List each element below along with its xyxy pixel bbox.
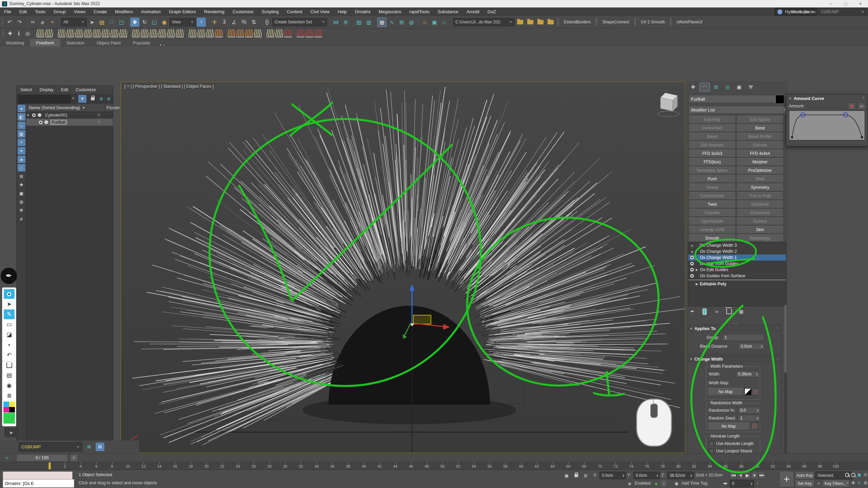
ox-camera-icon[interactable]: ◎	[24, 29, 32, 38]
close-button[interactable]: ✕	[853, 0, 868, 7]
minimize-button[interactable]: ─	[823, 0, 838, 7]
modifier-eye-icon[interactable]	[690, 267, 694, 272]
render-setup-icon[interactable]: ♨	[420, 18, 429, 27]
selection-set-dropdown[interactable]: CGBUMP▼	[19, 442, 82, 452]
bind-to-space-warp-icon[interactable]: ≈	[48, 18, 57, 27]
display-shapes-icon[interactable]: ☼	[18, 122, 25, 129]
modifier-button-turn-to-poly[interactable]: Turn to Poly	[737, 192, 783, 200]
display-geometry-icon[interactable]: ◧	[18, 113, 25, 121]
enabled-count-badge[interactable]: 0	[660, 480, 667, 487]
z-coordinate-field[interactable]: 38.52cm▲▼	[667, 472, 694, 479]
menu-edit[interactable]: Edit	[15, 9, 31, 14]
width-map-gradient-swatch[interactable]	[745, 388, 751, 395]
expand-tree-icon[interactable]: ≣	[97, 95, 105, 103]
play-button[interactable]: ▶	[744, 471, 751, 479]
ox-baked-hair-icon[interactable]	[197, 29, 205, 38]
reference-coordinate-dropdown[interactable]: View▼	[170, 18, 196, 26]
menu-arnold[interactable]: Arnold	[462, 9, 484, 14]
modifier-button-ffd-4x4x4[interactable]: FFD 4x4x4	[737, 150, 783, 157]
display-xrefs-icon[interactable]: ⊞	[18, 172, 25, 180]
render-production-icon[interactable]: ♨	[440, 18, 449, 27]
modifier-button-normalize-spline[interactable]: Normalize Spline	[689, 167, 735, 174]
curve-editor-icon[interactable]: ∿	[387, 18, 396, 27]
current-frame-field[interactable]: 0▲▼	[730, 480, 754, 487]
zoom-icon[interactable]	[844, 471, 850, 478]
snap-toggle-3d-icon[interactable]: 3	[220, 18, 229, 27]
checkbox[interactable]	[709, 448, 714, 453]
maximize-viewport-icon[interactable]: ⊞	[863, 480, 868, 486]
rendered-frame-window-icon[interactable]: ▣	[430, 18, 439, 27]
hierarchy-tab[interactable]: ⧉	[711, 83, 721, 92]
percent-snap-icon[interactable]: %	[239, 18, 249, 27]
visibility-eye-icon[interactable]	[38, 120, 43, 125]
palette-color-green-selected[interactable]	[3, 413, 15, 424]
uv-2-smooth-button[interactable]: UV 2 Smooth	[638, 18, 668, 26]
modifier-button-surface[interactable]: Surface	[737, 218, 783, 225]
select-and-scale-icon[interactable]: ◱	[150, 18, 159, 27]
display-lights-icon[interactable]: ▦	[18, 130, 25, 138]
go-to-start-button[interactable]: |◀◀	[730, 471, 737, 479]
explorer-row-cylinder001[interactable]: ▼Cylinder001✻	[26, 111, 113, 119]
ox-grid-distribute-icon[interactable]	[267, 29, 274, 38]
ox-strand-curl-icon[interactable]	[84, 29, 92, 38]
ox-strand-ribbon-icon[interactable]	[215, 29, 223, 38]
menu-megascans[interactable]: Megascans	[375, 9, 405, 14]
macro-recorder-field[interactable]	[3, 471, 73, 480]
ox-render-settings-icon[interactable]	[228, 29, 235, 38]
frozen-toggle[interactable]: ✻	[97, 120, 100, 124]
modifier-eye-icon[interactable]	[690, 261, 694, 266]
ox-strand-paint-icon[interactable]	[284, 29, 292, 38]
tab-selection[interactable]: Selection	[60, 39, 91, 47]
seed-spinner[interactable]: 1▲▼	[738, 415, 760, 422]
explorer-menu-edit[interactable]: Edit	[57, 87, 72, 92]
modifier-button-shell[interactable]: Shell	[737, 175, 783, 183]
ox-add-hair-icon[interactable]: ✚	[6, 29, 14, 38]
ox-edit-guides-icon[interactable]	[141, 29, 149, 38]
set-key-mode-icon[interactable]: ✧	[815, 480, 823, 487]
object-name-field[interactable]: FurBall	[689, 95, 776, 103]
maximize-button[interactable]: ▢	[838, 0, 853, 7]
extend-borders-button[interactable]: ExtendBorders	[561, 18, 594, 26]
material-editor-icon[interactable]: ◍	[407, 18, 416, 27]
add-key-button[interactable]: +	[779, 471, 794, 487]
lock-explorer-icon[interactable]	[88, 95, 97, 103]
stack-item-ox-change-width-1[interactable]: Ox Change Width 1	[688, 255, 786, 261]
display-groups-icon[interactable]: □	[18, 164, 25, 171]
group-field[interactable]: 1	[722, 334, 764, 341]
modifier-button-turbosmooth[interactable]: TurboSmooth	[689, 192, 735, 200]
project-folder-dropdown[interactable]: C:\Users\JI...ds Max 202:▼	[453, 18, 515, 26]
layers-icon[interactable]: ≋	[84, 442, 94, 451]
filter-icon[interactable]: ▼	[78, 95, 86, 103]
ox-resolve-collisions-icon[interactable]	[297, 29, 304, 38]
cursor-icon[interactable]: ➤	[4, 299, 15, 309]
eye-icon[interactable]	[4, 289, 15, 299]
palette-color[interactable]	[3, 402, 9, 407]
delete-curve-icon[interactable]: ✖	[848, 103, 855, 109]
menu-goz[interactable]: GoZ	[484, 9, 500, 14]
edit-named-selection-sets-icon[interactable]: {}	[262, 18, 272, 27]
time-slider[interactable]: 0 / 100	[16, 454, 68, 462]
modifier-button-edit-poly[interactable]: Edit Poly	[689, 116, 735, 123]
previous-frame-button[interactable]: ◀|	[737, 471, 744, 479]
menu-graph-editors[interactable]: Graph Editors	[165, 9, 200, 14]
select-object-icon[interactable]: ➤	[87, 18, 97, 27]
explorer-menu-select[interactable]: Select	[17, 87, 36, 92]
notes-icon[interactable]: ≣	[4, 391, 15, 401]
motion-tab[interactable]: ◎	[723, 83, 733, 92]
ox-strand-animation-icon[interactable]	[305, 29, 313, 38]
stack-item-ox-guides-from-surface[interactable]: Ox Guides from Surface	[688, 273, 786, 279]
menu-rendering[interactable]: Rendering	[200, 9, 229, 14]
ox-strand-align-icon[interactable]	[102, 29, 110, 38]
menu-scripting[interactable]: Scripting	[258, 9, 283, 14]
rectangle-tool-icon[interactable]: ▭	[4, 320, 15, 329]
ox-comb-orient-icon[interactable]	[275, 29, 283, 38]
stack-item-ox-edit-guides[interactable]: ▶Ox Edit Guides	[688, 267, 786, 273]
display-tab[interactable]: ▣	[734, 83, 744, 92]
maxscript-mini-listener[interactable]: Ornatrix: [Ox E	[3, 479, 74, 488]
modifier-button-skin[interactable]: Skin	[737, 226, 783, 233]
modifier-button-sweep[interactable]: Sweep	[689, 184, 735, 191]
menu-civil-view[interactable]: Civil View	[307, 9, 334, 14]
modify-tab[interactable]: ◠	[699, 83, 710, 92]
unlink-selection-icon[interactable]: ⌀	[38, 18, 47, 27]
ox-lock-guides-icon[interactable]	[36, 29, 44, 38]
